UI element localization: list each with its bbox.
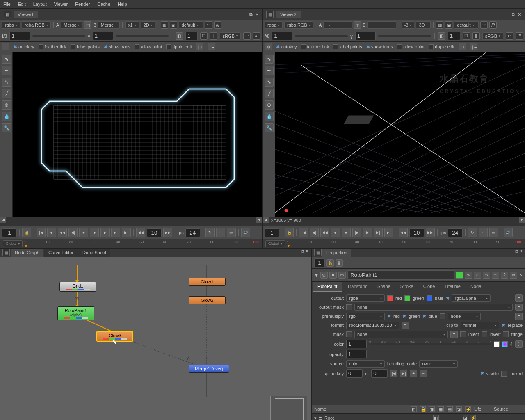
anim-icon[interactable]: ⋮: [515, 340, 523, 348]
stop-button[interactable]: ■: [342, 228, 351, 237]
viewer2-channels-dropdown[interactable]: rgba: [265, 21, 283, 29]
viewer2-feather-check[interactable]: feather link: [307, 44, 329, 49]
col-vis-icon[interactable]: ◧: [411, 406, 417, 412]
output-alpha-dropdown[interactable]: rgba.alpha: [452, 294, 491, 302]
col-name[interactable]: Name: [314, 406, 408, 412]
node-canvas[interactable]: bg A B Grid1 RotoPaint1(alpha) Glow3 ⬉ G…: [0, 257, 311, 420]
viewer2-ruler[interactable]: Global 1▼ 10 20 30 40 50 60 70 80 90 100: [263, 239, 525, 248]
viewer2-labelpts-check[interactable]: label points: [339, 44, 362, 49]
prop-tab-shape[interactable]: Shape: [372, 282, 395, 292]
viewer1-menu-icon[interactable]: ▤: [4, 11, 11, 18]
mask-eq-icon[interactable]: =: [450, 331, 458, 338]
viewer1-pause-icon[interactable]: ‖: [210, 32, 217, 40]
viewer1-delkey-icon[interactable]: ❘‒: [208, 43, 215, 50]
viewer2-timemode-dropdown[interactable]: Global: [265, 240, 285, 247]
channels-eq-icon[interactable]: =: [515, 313, 523, 320]
prop-tab-node[interactable]: Node: [466, 282, 486, 292]
prop-tab-transform[interactable]: Transform: [342, 282, 372, 292]
col-motion-icon[interactable]: ⚡: [465, 406, 471, 412]
disclosure-icon[interactable]: ▾: [314, 415, 317, 420]
viewer1-gain-input[interactable]: [9, 32, 30, 40]
panel-close-icon[interactable]: ✕: [305, 249, 309, 257]
viewer2-ip-icon[interactable]: IP: [506, 32, 513, 40]
clear-all-icon[interactable]: 🗑: [336, 259, 343, 267]
viewer1-channels-dropdown[interactable]: rgba: [2, 21, 20, 29]
viewer1-timeline[interactable]: [0, 223, 262, 226]
last-frame-button[interactable]: ▶|: [122, 228, 131, 237]
skip-fwd-button[interactable]: ▶▶: [163, 228, 172, 237]
prev-key-button[interactable]: ◀|: [310, 228, 319, 237]
viewer2-stripes-icon[interactable]: ///: [489, 21, 497, 29]
scroll-left-icon[interactable]: ◀: [0, 217, 6, 223]
premultiply-dropdown[interactable]: rgb: [346, 313, 385, 320]
viewer1-close-icon[interactable]: ✕: [255, 12, 259, 17]
range-button[interactable]: ▭: [489, 228, 498, 237]
viewer1-roi-icon[interactable]: ▣: [170, 21, 177, 29]
viewer1-currentframe-input[interactable]: [2, 228, 17, 237]
viewer2-menu-icon[interactable]: ▤: [266, 11, 274, 18]
blur-tool-icon[interactable]: 💧: [2, 112, 11, 121]
viewer2-zoom-dropdown[interactable]: -3: [402, 21, 415, 29]
step-back-button[interactable]: ◀|: [331, 228, 340, 237]
skip-input[interactable]: [409, 228, 424, 237]
viewer2-addkey-icon[interactable]: ❘+: [459, 43, 466, 50]
viewer2-wipe-icon[interactable]: ◫: [354, 21, 361, 29]
output-dropdown[interactable]: rgba: [346, 294, 385, 302]
dodge-tool-icon[interactable]: 🔧: [2, 123, 11, 132]
float-icon[interactable]: ⧉: [510, 272, 517, 279]
viewer2-zebra-icon[interactable]: ///: [516, 32, 523, 40]
visible-check[interactable]: visible: [486, 371, 499, 376]
viewer2-gain-input[interactable]: [272, 32, 292, 40]
viewer1-addkey-icon[interactable]: ❘+: [196, 43, 203, 50]
mask-dropdown[interactable]: none: [354, 331, 448, 338]
blur-tool-icon[interactable]: 💧: [265, 112, 274, 121]
replace-check[interactable]: replace: [508, 323, 523, 328]
pingpong-button[interactable]: ↔: [479, 228, 488, 237]
node-glow2[interactable]: Glow2: [189, 296, 226, 304]
node-merge1[interactable]: Merge1 (over): [189, 365, 229, 373]
addpoint-tool-icon[interactable]: ⊕: [2, 100, 11, 110]
viewer1-stripes-icon[interactable]: ///: [214, 21, 221, 29]
viewer1-frame-input[interactable]: [185, 32, 198, 40]
play-fwd-button[interactable]: ▶: [363, 228, 372, 237]
red-swatch-icon[interactable]: [387, 295, 393, 301]
splinekey-cur-input[interactable]: [346, 369, 363, 378]
node-name-input[interactable]: [347, 270, 454, 280]
viewer2-dimension-dropdown[interactable]: 3D: [416, 21, 431, 29]
skip-fwd-button[interactable]: ▶▶: [426, 228, 435, 237]
clipto-dropdown[interactable]: format: [461, 322, 499, 329]
viewer2-gear-icon[interactable]: ⚙: [265, 43, 272, 50]
check-icon[interactable]: [166, 44, 171, 49]
edit-icon[interactable]: ✎: [465, 272, 472, 279]
lock-all-icon[interactable]: 🔒: [326, 259, 334, 267]
viewer1-autokey-check[interactable]: autokey: [18, 44, 34, 49]
prop-tab-clone[interactable]: Clone: [418, 282, 440, 292]
viewer1-allowpaint-check[interactable]: allow paint: [141, 44, 162, 49]
splinekey-total-input[interactable]: [371, 369, 388, 378]
viewer1-ripple-check[interactable]: ripple edit: [172, 44, 192, 49]
lock-icon[interactable]: 🔒: [22, 228, 31, 237]
blendmode-dropdown[interactable]: over: [419, 360, 458, 368]
viewer1-opt1-icon[interactable]: ☐: [200, 32, 208, 40]
viewer1-float-icon[interactable]: ⧉: [249, 12, 253, 17]
blue-swatch-icon[interactable]: [427, 295, 432, 301]
viewer2-showtrans-check[interactable]: show trans: [371, 44, 393, 49]
tab-nodegraph[interactable]: Node Graph: [11, 249, 43, 257]
format-eq-icon[interactable]: =: [402, 322, 409, 329]
color-wheel-icon[interactable]: [502, 341, 508, 347]
viewer1-merge-b-dropdown[interactable]: Merge: [98, 21, 120, 29]
col-lock-icon[interactable]: 🔒: [420, 406, 426, 412]
node-glow1[interactable]: Glow1: [189, 278, 226, 286]
viewer1-dimension-dropdown[interactable]: 2D: [141, 21, 155, 29]
viewer1-viewport[interactable]: [13, 52, 262, 217]
next-key-button[interactable]: ▶|: [374, 228, 383, 237]
viewer1-scrollbar[interactable]: ◀ ▼: [0, 217, 262, 223]
select-tool-icon[interactable]: ⬉: [265, 55, 274, 64]
fringe-check[interactable]: fringe: [511, 332, 523, 337]
viewer2-allowpaint-check[interactable]: allow paint: [403, 44, 425, 49]
viewer2-blank-a-dropdown[interactable]: [323, 21, 352, 29]
properties-count-input[interactable]: [314, 258, 325, 267]
source-dropdown[interactable]: color: [346, 360, 385, 368]
panel-close-icon[interactable]: ✕: [519, 249, 523, 257]
redo-icon[interactable]: ↷: [483, 272, 490, 279]
